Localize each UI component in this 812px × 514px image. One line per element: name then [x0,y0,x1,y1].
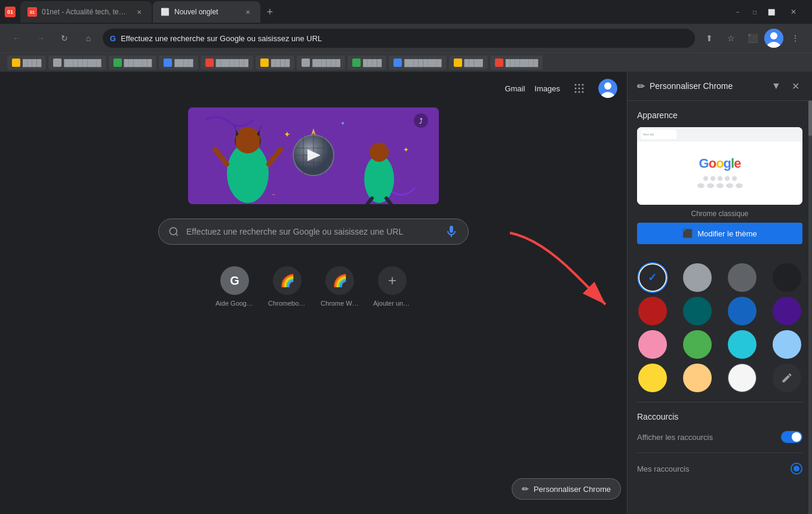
bookmark-favicon-2 [53,59,61,67]
color-swatch-green[interactable] [683,330,712,359]
color-swatch-white[interactable] [728,364,756,392]
doodle-image: ⤴ ✦ ✦ ✦ ~ [188,107,439,204]
color-swatch-yellow[interactable] [638,364,667,392]
back-button[interactable]: ← [7,29,26,48]
shortcut-aide[interactable]: G Aide Google ... [216,266,254,307]
shortcuts-row: G Aide Google ... 🌈 Chromebook ... 🌈 Chr… [216,266,411,307]
color-swatch-teal[interactable] [683,297,712,325]
color-swatch-custom[interactable] [773,364,801,392]
bookmark-item-1[interactable]: ████ [7,56,46,70]
svg-point-35 [170,227,177,235]
address-text: Effectuez une recherche sur Google ou sa… [121,34,688,43]
preview-dots-1 [703,176,737,181]
home-button[interactable]: ⌂ [79,29,98,48]
modify-theme-button[interactable]: ⬛ Modifier le thème [637,223,802,244]
color-swatch-cyan[interactable] [728,330,756,359]
bookmark-item-11[interactable]: ███████ [490,56,543,70]
color-swatch-default[interactable]: ✓ [638,263,667,292]
panel-scroll[interactable]: Apparence New tab Google [628,101,812,514]
preview-tab: New tab [641,130,676,139]
bookmark-item-5[interactable]: ███████ [201,56,254,70]
shortcut-aide-label: Aide Google ... [216,300,254,307]
tab-newtab-title: Nouvel onglet [174,8,238,16]
mes-raccourcis-radio[interactable] [791,463,802,475]
bookmark-item-4[interactable]: ████ [159,56,198,70]
reload-button[interactable]: ↻ [55,29,74,48]
bookmark-favicon-7 [302,59,310,67]
color-swatch-blue[interactable] [728,297,756,325]
address-bar[interactable]: G Effectuez une recherche sur Google ou … [103,29,695,48]
bookmark-item-9[interactable]: ████████ [389,56,446,70]
color-swatch-pink[interactable] [638,330,667,359]
color-swatch-crimson[interactable] [638,297,667,325]
minimize-button[interactable]: − [730,5,746,19]
customize-chrome-icon: ✏ [522,484,529,494]
svg-point-8 [582,91,584,93]
shortcut-chromebook[interactable]: 🌈 Chromebook ... [268,266,306,307]
theme-preview-inner: New tab Google [637,127,802,205]
color-swatch-peach[interactable] [683,364,712,392]
svg-text:✦: ✦ [284,130,291,139]
reload-icon: ↻ [61,33,68,43]
google-profile-image [598,79,617,98]
google-top-links: Gmail Images [505,79,617,98]
afficher-raccourcis-toggle[interactable] [781,431,802,443]
tab-01net-close[interactable]: ✕ [134,7,144,17]
afficher-raccourcis-row: Afficher les raccourcis [637,429,802,445]
modify-theme-icon: ⬛ [682,229,693,238]
customize-chrome-button[interactable]: ✏ Personnaliser Chrome [512,478,621,500]
maximize-button[interactable]: ⬜ [763,5,780,19]
forward-button[interactable]: → [31,29,50,48]
profile-avatar[interactable] [764,29,783,48]
google-apps-button[interactable] [570,79,589,98]
extensions-button[interactable]: ⬛ [743,29,762,48]
tab-newtab-close[interactable]: ✕ [242,7,253,17]
tab-newtab-favicon: ⬜ [160,7,170,17]
afficher-raccourcis-label: Afficher les raccourcis [637,433,713,442]
shortcut-chrome-web[interactable]: 🌈 Chrome Web _ [321,266,359,307]
svg-point-4 [579,88,580,90]
gmail-link[interactable]: Gmail [505,84,525,93]
color-grid: ✓ [628,263,812,402]
apparence-title: Apparence [637,110,802,120]
svg-point-11 [235,127,261,153]
modify-theme-label: Modifier le thème [697,229,757,238]
back-icon: ← [13,33,21,43]
google-profile-avatar[interactable] [598,79,617,98]
tab-01net-favicon: 01 [27,7,37,17]
tab-01net[interactable]: 01 01net - Actualité tech, tests pro... … [20,1,152,23]
color-swatch-black[interactable] [773,263,801,292]
panel-close-button[interactable]: ✕ [788,79,802,93]
bookmark-favicon-1 [12,59,20,67]
svg-point-2 [582,84,584,86]
microphone-icon[interactable] [444,224,459,239]
bookmark-item-8[interactable]: ████ [347,56,386,70]
bookmark-item-3[interactable]: ██████ [109,56,157,70]
color-swatch-purple[interactable] [773,297,801,325]
bookmark-item-2[interactable]: ████████ [48,56,106,70]
restore-button[interactable]: □ [746,5,763,19]
bookmark-button[interactable]: ☆ [721,29,740,48]
panel-edit-icon: ✏ [637,81,645,92]
panel-scrollbar[interactable] [808,100,812,514]
bookmark-favicon-6 [260,59,269,67]
close-button[interactable]: ✕ [780,0,807,24]
bookmark-item-6[interactable]: ████ [256,56,294,70]
share-button[interactable]: ⬆ [700,29,719,48]
bookmark-item-10[interactable]: ████ [449,56,488,70]
customize-chrome-label: Personnaliser Chrome [534,485,611,494]
menu-button[interactable]: ⋮ [786,29,805,48]
search-box[interactable]: Effectuez une recherche sur Google ou sa… [158,218,469,245]
panel-header: ✏ Personnaliser Chrome ▼ ✕ [628,72,812,101]
panel-dropdown-button[interactable]: ▼ [769,79,783,93]
tab-newtab[interactable]: ⬜ Nouvel onglet ✕ [153,1,260,23]
shortcut-ajouter[interactable]: + Ajouter un ra... [373,266,411,307]
color-swatch-lightblue[interactable] [773,330,801,359]
color-swatch-gray[interactable] [728,263,756,292]
new-tab-button[interactable]: + [262,4,278,20]
images-link[interactable]: Images [534,84,560,93]
theme-preview: New tab Google [637,127,802,205]
search-icon [168,226,179,237]
bookmark-item-7[interactable]: ██████ [297,56,345,70]
color-swatch-lightgray[interactable] [683,263,712,292]
